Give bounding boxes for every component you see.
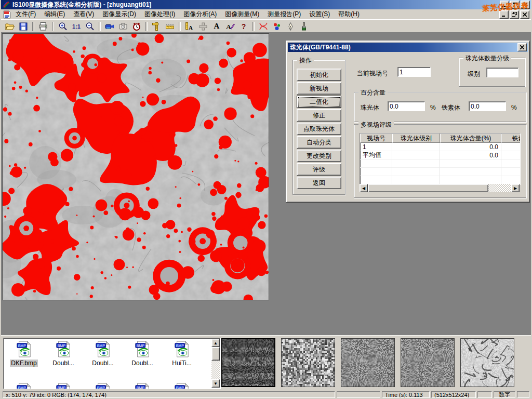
multifield-table[interactable]: 视场号 珠光体级别 珠光体含量(%) 铁素体含量(%) 1 0.0 平均值 0.…: [360, 133, 521, 185]
curve-tool-icon[interactable]: [257, 21, 270, 32]
correct-button[interactable]: 修正: [297, 109, 341, 122]
scrollbar-thumb[interactable]: [368, 184, 488, 192]
grid-icon[interactable]: [197, 21, 209, 32]
file-name[interactable]: Doubl...: [91, 360, 114, 367]
file-name[interactable]: Doubl...: [51, 360, 75, 367]
ruler-icon[interactable]: [164, 21, 176, 32]
menu-image-measure[interactable]: 图像测量(M): [221, 9, 263, 20]
return-button[interactable]: 返回: [297, 177, 341, 189]
status-spacer: [337, 391, 380, 398]
menu-file[interactable]: 文件(F): [11, 9, 40, 20]
auto-classify-button[interactable]: 自动分类: [297, 136, 341, 149]
phase-color-icon[interactable]: [271, 21, 283, 32]
menu-edit[interactable]: 编辑(E): [40, 9, 69, 20]
scrollbar-track[interactable]: [368, 184, 511, 192]
scroll-right-button[interactable]: ▶: [511, 184, 520, 192]
measure-label-icon[interactable]: A: [183, 21, 196, 32]
metallographic-image[interactable]: [2, 33, 269, 300]
toolbar-separator: [52, 22, 54, 31]
print-icon[interactable]: [37, 21, 49, 32]
change-class-button[interactable]: 更改类别: [297, 150, 341, 162]
annotate-icon[interactable]: A: [224, 21, 236, 32]
scrollbar-thumb[interactable]: [211, 347, 220, 361]
file-item[interactable]: BMP: [5, 383, 43, 389]
zoom-out-icon[interactable]: [84, 21, 96, 32]
dialog-close-button[interactable]: [517, 43, 527, 51]
level-input[interactable]: [486, 68, 518, 77]
menu-measure-report[interactable]: 测量报告(P): [263, 9, 305, 20]
menu-image-analysis[interactable]: 图像分析(A): [179, 9, 221, 20]
thumbnail-5[interactable]: [460, 338, 514, 387]
file-item[interactable]: BMP Doubl...: [123, 341, 162, 367]
file-list-scrollbar[interactable]: ▲ ▼: [211, 339, 220, 388]
menu-image-process[interactable]: 图像处理(I): [140, 9, 179, 20]
multifield-group: 多视场评级 视场号 珠光体级别 珠光体含量(%) 铁素体含量(%) 1 0.0 …: [354, 124, 526, 198]
file-item[interactable]: BMP: [44, 383, 83, 389]
header-pearlite-content[interactable]: 珠光体含量(%): [440, 134, 501, 143]
menu-image-display[interactable]: 图像显示(D): [98, 9, 140, 20]
close-button[interactable]: [521, 1, 530, 9]
thumbnail-2[interactable]: [281, 338, 335, 387]
menu-help[interactable]: 帮助(H): [334, 9, 364, 20]
file-item[interactable]: BMP Doubl...: [84, 341, 122, 367]
file-item[interactable]: BMP DKF.bmp: [5, 341, 43, 367]
pick-pearlite-button[interactable]: 点取珠光体: [297, 123, 341, 135]
current-field-input[interactable]: [397, 67, 431, 77]
file-item[interactable]: BMP: [123, 383, 162, 389]
save-icon[interactable]: [17, 21, 30, 32]
timer-icon[interactable]: [130, 21, 143, 32]
maximize-button[interactable]: [510, 1, 520, 9]
menu-settings[interactable]: 设置(S): [305, 9, 334, 20]
file-item[interactable]: BMP: [84, 383, 122, 389]
pearlite-percent-input[interactable]: [388, 101, 425, 111]
file-name[interactable]: DKF.bmp: [10, 360, 37, 367]
actual-size-icon[interactable]: 1:1: [70, 21, 83, 32]
pearlite-label: 珠光体: [361, 103, 379, 112]
binarize-button[interactable]: 二值化: [297, 96, 341, 108]
table-row[interactable]: 平均值 0.0: [360, 151, 521, 159]
pen-tool-icon[interactable]: [284, 21, 297, 32]
svg-text:BMP: BMP: [58, 386, 66, 389]
close-icon: [523, 3, 527, 7]
table-row[interactable]: 1 0.0: [360, 143, 521, 151]
file-item[interactable]: BMP Doubl...: [44, 341, 83, 367]
header-ferrite-content[interactable]: 铁素体含量(%): [501, 134, 521, 143]
header-pearlite-level[interactable]: 珠光体级别: [392, 134, 440, 143]
bmp-file-icon: BMP: [135, 383, 150, 389]
help-icon[interactable]: ?: [237, 21, 250, 32]
text-icon[interactable]: A: [210, 21, 223, 32]
bmp-file-icon: BMP: [56, 341, 71, 357]
table-horizontal-scrollbar[interactable]: ◀ ▶: [360, 184, 520, 192]
scroll-left-button[interactable]: ◀: [360, 184, 368, 192]
svg-text:BMP: BMP: [97, 344, 105, 348]
new-field-button[interactable]: 新视场: [297, 82, 341, 95]
minimize-icon: [502, 3, 507, 7]
file-item[interactable]: BMP HuiTi...: [163, 341, 201, 367]
file-browser[interactable]: BMP DKF.bmp BMP Doubl... BMP Doubl... BM…: [3, 338, 221, 389]
header-field-no[interactable]: 视场号: [360, 134, 392, 143]
snapshot-icon[interactable]: [117, 21, 129, 32]
thumbnail-3[interactable]: [341, 338, 395, 387]
initialize-button[interactable]: 初始化: [297, 69, 341, 81]
video-capture-icon[interactable]: [103, 21, 116, 32]
zoom-in-icon[interactable]: [57, 21, 69, 32]
brush-tool-icon[interactable]: [298, 21, 310, 32]
grading-group: 珠光体数量分级 级别: [459, 58, 525, 87]
thumbnail-4[interactable]: [401, 338, 455, 387]
open-file-icon[interactable]: [4, 21, 16, 32]
file-name[interactable]: HuiTi...: [171, 360, 193, 367]
scroll-down-button[interactable]: ▼: [211, 379, 220, 388]
menu-view[interactable]: 查看(V): [69, 9, 98, 20]
child-minimize-button[interactable]: [499, 10, 509, 19]
ferrite-percent-input[interactable]: [469, 101, 506, 111]
caliper-icon[interactable]: [150, 21, 163, 32]
file-name[interactable]: Doubl...: [130, 360, 154, 367]
scroll-up-button[interactable]: ▲: [211, 339, 220, 347]
svg-text:BMP: BMP: [137, 386, 145, 389]
file-item[interactable]: BMP: [163, 383, 201, 389]
minimize-button[interactable]: [500, 1, 509, 9]
grade-button[interactable]: 评级: [297, 163, 341, 176]
child-close-button[interactable]: [520, 10, 529, 19]
thumbnail-1[interactable]: [221, 338, 275, 387]
child-restore-button[interactable]: [510, 10, 519, 19]
